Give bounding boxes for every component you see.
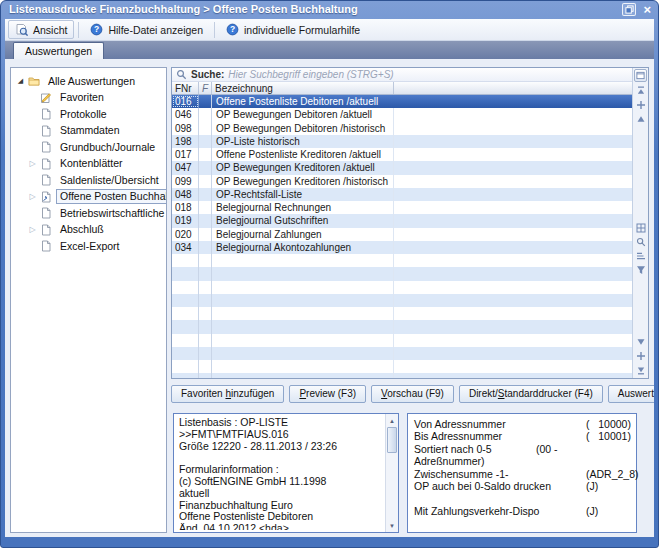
list-row[interactable]: 098OP Bewegungen Debitoren /historisch [172, 122, 632, 135]
list-row[interactable]: 198OP-Liste historisch [172, 135, 632, 148]
hilfe-label: Hilfe-Datei anzeigen [108, 24, 203, 36]
tree-item-stammdaten[interactable]: Stammdaten [11, 123, 166, 140]
list-row[interactable]: 020Belegjournal Zahlungen [172, 228, 632, 241]
tree-item-protokolle[interactable]: Protokolle [11, 106, 166, 123]
tree-item-label: Abschluß [56, 222, 108, 237]
hilfe-datei-anzeigen-button[interactable]: ? Hilfe-Datei anzeigen [83, 20, 210, 39]
tab-auswertungen[interactable]: Auswertungen [13, 42, 104, 59]
vorschau-f9-button[interactable]: Vorschau (F9) [371, 385, 454, 403]
column-header-filler [394, 82, 632, 94]
list-row[interactable]: 034Belegjournal Akontozahlungen [172, 241, 632, 254]
scroll-to-top-icon[interactable] [636, 86, 646, 96]
individuelle-formularhilfe-button[interactable]: ? individuelle Formularhilfe [219, 20, 367, 39]
scrollbar-thumb[interactable] [387, 427, 397, 453]
cell-filler [394, 214, 632, 227]
tree-item-alle-auswertungen[interactable]: ◢Alle Auswertungen [11, 73, 166, 90]
column-header-fnr[interactable]: FNr [172, 82, 199, 94]
tree-item-betriebswirtschaftliche-auswertungen[interactable]: Betriebswirtschaftliche Auswertungen [11, 205, 166, 222]
list-row[interactable]: 048OP-Rechtsfall-Liste [172, 188, 632, 201]
tree-item-excel-export[interactable]: Excel-Export [11, 238, 166, 255]
param-label: Adreßnummer) [414, 455, 485, 467]
tree-item-kontenbl-tter[interactable]: ▷Kontenblätter [11, 156, 166, 173]
expander-icon[interactable]: ◢ [15, 76, 26, 86]
search-input[interactable]: Suche: Hier Suchbegriff eingeben (STRG+S… [172, 68, 632, 82]
sort-icon[interactable] [636, 251, 646, 261]
list-tool-strip [632, 68, 648, 378]
scroll-up-icon[interactable]: ▲ [386, 415, 398, 426]
columns-icon[interactable] [636, 223, 646, 233]
restore-window-icon[interactable] [622, 3, 636, 16]
cell-fnr: 017 [172, 148, 199, 161]
title-bar[interactable]: Listenausdrucke Finanzbuchhaltung > Offe… [1, 1, 658, 19]
view-icon [15, 23, 29, 36]
list-header[interactable]: FNr F Bezeichnung [172, 82, 632, 95]
list-row[interactable]: 099OP Bewegungen Kreditoren /historisch [172, 175, 632, 188]
tree-item-abschlu[interactable]: ▷Abschluß [11, 222, 166, 239]
tree-item-grundbuch-journale[interactable]: Grundbuch/Journale [11, 139, 166, 156]
ansicht-button[interactable]: Ansicht [8, 20, 74, 39]
step-up-icon[interactable] [636, 114, 646, 124]
param-value: (ADR_2_8) [586, 468, 639, 480]
direkt-standarddrucker-f4-button[interactable]: Direkt/Standarddrucker (F4) [459, 385, 603, 403]
expander-icon[interactable]: ▷ [27, 225, 38, 235]
preview-f3-button[interactable]: Preview (F3) [289, 385, 366, 403]
param-label: Bis Adressnummer [414, 430, 502, 442]
list-row[interactable]: 017Offene Postenliste Kreditoren /aktuel… [172, 148, 632, 161]
scroll-up-group [633, 86, 648, 124]
tree-item-label: Offene Posten Buchhaltung [56, 189, 167, 204]
folder-icon [26, 75, 41, 87]
move-icon[interactable] [636, 100, 646, 110]
cell-fnr: 016 [172, 95, 199, 108]
list-properties-button[interactable] [634, 69, 647, 82]
cell-filler [394, 201, 632, 214]
column-header-bezeichnung[interactable]: Bezeichnung [212, 82, 394, 94]
list-row[interactable]: 016Offene Postenliste Debitoren /aktuell [172, 95, 632, 108]
list-row[interactable]: 019Belegjournal Gutschriften [172, 214, 632, 227]
step-down-icon[interactable] [636, 337, 646, 347]
cell-fnr: 048 [172, 188, 199, 201]
cell-bezeichnung: OP Bewegungen Kreditoren /aktuell [212, 161, 394, 174]
list-row-empty [172, 320, 632, 333]
cell-f [199, 360, 212, 373]
search-tool-icon[interactable] [636, 237, 646, 247]
expander-icon[interactable]: ▷ [27, 159, 38, 169]
tree-item-saldenliste-bersicht[interactable]: Saldenliste/Übersicht [11, 172, 166, 189]
close-icon[interactable]: × [643, 3, 651, 16]
cell-fnr: 047 [172, 161, 199, 174]
cell-fnr [172, 267, 199, 280]
search-label: Suche: [191, 69, 224, 80]
cell-f [199, 95, 212, 108]
scroll-to-bottom-icon[interactable] [636, 365, 646, 375]
move-icon[interactable] [636, 351, 646, 361]
list-row[interactable]: 047OP Bewegungen Kreditoren /aktuell [172, 161, 632, 174]
cell-bezeichnung: OP-Rechtsfall-Liste [212, 188, 394, 201]
info-row [408, 492, 636, 504]
cell-f [199, 347, 212, 360]
favoriten-hinzufuegen-button[interactable]: Favoriten hinzufügen [171, 385, 284, 403]
tree-item-favoriten[interactable]: Favoriten [11, 90, 166, 107]
column-header-f[interactable]: F [199, 82, 212, 94]
filter-icon[interactable] [636, 265, 646, 275]
auswertung-drucken-button[interactable]: Auswertung drucken [608, 385, 654, 403]
info-row: Adreßnummer) [408, 455, 636, 467]
cell-fnr [172, 294, 199, 307]
doc-icon [38, 158, 53, 170]
ansicht-label: Ansicht [33, 24, 67, 36]
info-line: Änd. 04.10.2012 <hda> [179, 523, 383, 530]
list-row-empty [172, 334, 632, 347]
cell-f [199, 214, 212, 227]
tree-item-offene-posten-buchhaltung[interactable]: ▷Offene Posten Buchhaltung [11, 189, 166, 206]
cell-f [199, 294, 212, 307]
param-label: OP auch bei 0-Saldo drucken [414, 480, 551, 492]
scroll-down-icon[interactable]: ▼ [386, 520, 398, 531]
list-row[interactable]: 046OP Bewegungen Debitoren /aktuell [172, 108, 632, 121]
list-row[interactable]: 018Belegjournal Rechnungen [172, 201, 632, 214]
favorites-icon [38, 92, 53, 104]
param-label [414, 492, 417, 504]
tab-bar: Auswertungen [5, 41, 654, 59]
cell-filler [394, 241, 632, 254]
info-scrollbar[interactable]: ▲ ▼ [385, 414, 398, 532]
tree-item-label: Excel-Export [56, 239, 124, 254]
cell-bezeichnung [212, 281, 394, 294]
expander-icon[interactable]: ▷ [27, 192, 38, 202]
